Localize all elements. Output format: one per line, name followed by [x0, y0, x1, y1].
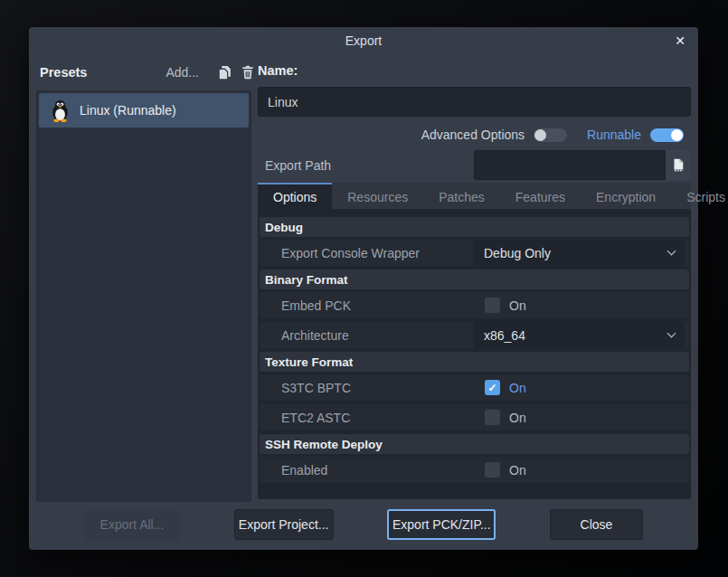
presets-title: Presets [40, 65, 87, 80]
trash-icon [241, 65, 255, 80]
preset-list: Linux (Runnable) [36, 90, 251, 502]
checkbox-state-label: On [509, 411, 526, 425]
dialog-title: Export [29, 33, 698, 48]
chevron-down-icon [667, 247, 676, 256]
tab-resources[interactable]: Resources [332, 183, 423, 209]
delete-preset-button[interactable] [239, 63, 257, 81]
toggles-row: Advanced Options Runnable [258, 125, 684, 145]
prop-row-embed-pck: Embed PCK✓On [260, 292, 689, 318]
toggle-knob [534, 129, 546, 141]
export-path-label: Export Path [265, 158, 474, 173]
export-path-row: Export Path [258, 150, 691, 180]
export-console-wrapper-dropdown[interactable]: Debug Only [474, 240, 685, 266]
prop-row-export-console-wrapper: Export Console WrapperDebug Only [260, 240, 689, 266]
etc2-astc-checkbox[interactable]: ✓ [485, 410, 500, 425]
preset-item-label: Linux (Runnable) [80, 103, 176, 118]
prop-control: ✓On [474, 374, 685, 401]
section-header-ssh-remote-deploy: SSH Remote Deploy [260, 434, 689, 454]
s3tc-bptc-checkbox[interactable]: ✓ [485, 380, 500, 395]
prop-control: ✓On [474, 292, 685, 318]
dropdown-value: x86_64 [484, 328, 525, 343]
prop-label-export-console-wrapper: Export Console Wrapper [281, 246, 420, 260]
prop-row-s3tc-bptc: S3TC BPTC✓On [260, 374, 689, 401]
checkbox-state-label: On [509, 381, 526, 395]
embed-pck-checkbox[interactable]: ✓ [485, 298, 500, 313]
advanced-options-toggle[interactable] [534, 128, 567, 142]
tab-encryption[interactable]: Encryption [581, 183, 671, 209]
section-header-debug: Debug [260, 217, 689, 237]
preset-item-linux-runnable[interactable]: Linux (Runnable) [39, 93, 249, 128]
duplicate-preset-button[interactable] [215, 63, 233, 81]
export-dialog: Export ✕ Presets Add... Linux (Runnable)… [29, 27, 698, 550]
advanced-options-label: Advanced Options [421, 128, 525, 142]
enabled-checkbox[interactable]: ✓ [485, 462, 500, 478]
export-pck-zip-button[interactable]: Export PCK/ZIP... [387, 509, 496, 540]
dropdown-value: Debug Only [484, 246, 551, 260]
prop-label-embed-pck: Embed PCK [281, 298, 351, 313]
prop-label-enabled: Enabled [281, 463, 327, 478]
add-preset-button[interactable]: Add... [165, 65, 199, 80]
export-path-input[interactable] [474, 150, 666, 180]
export-project-button[interactable]: Export Project... [234, 509, 334, 540]
tab-options[interactable]: Options [258, 183, 332, 209]
checkbox-state-label: On [509, 298, 526, 313]
prop-label-architecture: Architecture [281, 328, 349, 343]
tab-scripts[interactable]: Scripts [671, 183, 728, 209]
options-tree: DebugExport Console WrapperDebug OnlyBin… [258, 209, 691, 499]
file-icon [672, 158, 685, 172]
prop-row-enabled: Enabled✓On [260, 457, 689, 483]
tab-patches[interactable]: Patches [423, 183, 500, 209]
footer-buttons: Export All...Export Project...Export PCK… [84, 509, 643, 540]
prop-row-architecture: Architecturex86_64 [260, 322, 689, 348]
prop-control: ✓On [474, 457, 685, 483]
name-input[interactable] [258, 87, 691, 117]
browse-path-button[interactable] [666, 150, 691, 180]
prop-label-s3tc-bptc: S3TC BPTC [281, 381, 351, 395]
architecture-dropdown[interactable]: x86_64 [474, 322, 685, 348]
prop-row-etc2-astc: ETC2 ASTC✓On [260, 404, 689, 430]
close-button[interactable]: Close [550, 509, 643, 540]
runnable-label: Runnable [587, 128, 641, 142]
duplicate-icon [217, 65, 232, 80]
toggle-knob [671, 129, 683, 141]
prop-control: x86_64 [474, 322, 685, 348]
section-header-binary-format: Binary Format [260, 270, 689, 289]
linux-penguin-icon [51, 99, 70, 122]
checkbox-state-label: On [509, 463, 526, 478]
name-label: Name: [258, 63, 298, 78]
runnable-toggle[interactable] [650, 128, 684, 142]
section-header-texture-format: Texture Format [260, 352, 689, 372]
prop-label-etc2-astc: ETC2 ASTC [281, 411, 350, 425]
close-icon[interactable]: ✕ [672, 33, 688, 49]
prop-control: ✓On [474, 404, 685, 430]
prop-control: Debug Only [474, 240, 685, 266]
presets-header: Presets Add... [40, 61, 257, 83]
export-all-button: Export All... [84, 509, 180, 540]
tab-bar: OptionsResourcesPatchesFeaturesEncryptio… [258, 183, 691, 209]
tab-features[interactable]: Features [500, 183, 581, 209]
chevron-down-icon [667, 329, 676, 338]
